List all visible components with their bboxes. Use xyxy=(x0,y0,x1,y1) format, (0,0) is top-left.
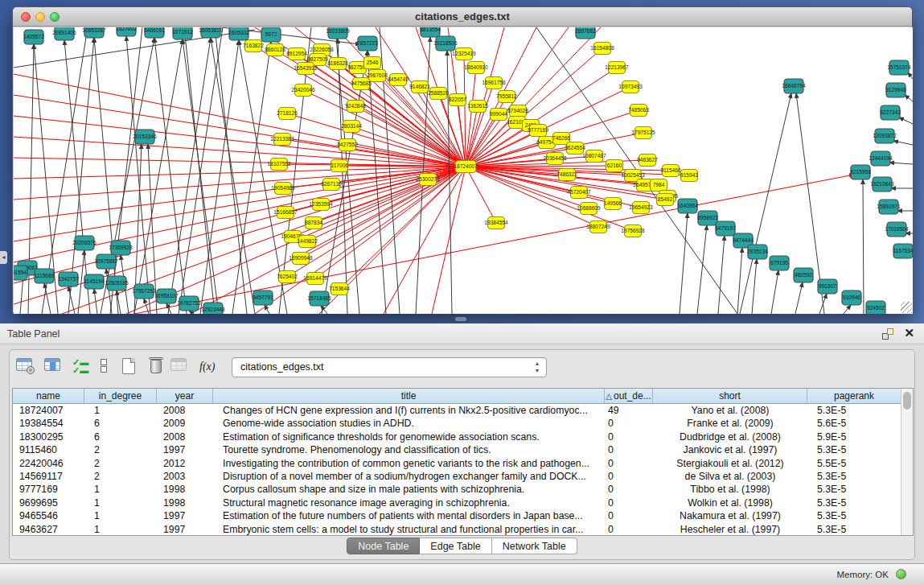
graph-node[interactable]: 1115686 xyxy=(35,269,55,283)
table-options-icon[interactable] xyxy=(16,358,35,377)
show-columns-icon[interactable] xyxy=(44,358,64,377)
graph-edge[interactable] xyxy=(110,27,142,314)
graph-node[interactable]: 10807487 xyxy=(582,150,606,163)
graph-node[interactable]: 8267130 xyxy=(321,179,342,191)
graph-node[interactable]: 16648794 xyxy=(782,79,806,93)
graph-node[interactable]: 6466161 xyxy=(144,27,165,38)
graph-node[interactable]: 12505185 xyxy=(105,276,129,290)
graph-node[interactable]: 910946 xyxy=(842,290,861,305)
graph-node[interactable]: 9463627 xyxy=(637,154,658,167)
graph-edge[interactable] xyxy=(211,38,255,314)
column-header-short[interactable]: short xyxy=(653,389,807,404)
network-canvas[interactable]: 1872400725300273716382288601288912954232… xyxy=(14,27,913,314)
graph-node[interactable]: 1167534 xyxy=(893,244,913,258)
function-builder-icon[interactable]: f(x) xyxy=(199,360,219,380)
table-selector-dropdown[interactable]: citations_edges.txt ▲▼ xyxy=(232,357,547,377)
graph-edge[interactable] xyxy=(771,270,778,314)
graph-node[interactable]: 391594 xyxy=(14,266,27,280)
graph-node[interactable]: 10688609 xyxy=(577,203,601,215)
graph-node[interactable]: 12923448 xyxy=(201,303,225,314)
graph-node[interactable]: 1342757 xyxy=(58,272,79,286)
graph-node[interactable]: 2967608 xyxy=(367,70,388,82)
table-row[interactable]: 946554611997Estimation of the future num… xyxy=(13,509,901,522)
graph-edge[interactable] xyxy=(819,294,827,314)
graph-edge[interactable] xyxy=(464,54,466,167)
graph-node[interactable]: 8454749 xyxy=(388,74,409,86)
graph-edge[interactable] xyxy=(372,63,466,167)
graph-node[interactable]: 12325419 xyxy=(452,48,476,60)
graph-node[interactable]: 25300273 xyxy=(416,174,440,186)
graph-node[interactable]: 17359928 xyxy=(109,241,133,255)
graph-node[interactable]: 7163822 xyxy=(243,40,264,52)
graph-node[interactable]: 85492 xyxy=(657,194,674,206)
new-table-icon[interactable] xyxy=(122,358,142,377)
graph-edge[interactable] xyxy=(232,42,271,314)
graph-node[interactable]: 9242848 xyxy=(345,101,366,113)
graph-node[interactable]: 62160 xyxy=(606,160,623,172)
graph-node[interactable]: 20206576 xyxy=(72,236,97,250)
graph-node[interactable]: 2935134 xyxy=(747,245,768,259)
graph-node[interactable]: 16909948 xyxy=(289,253,313,265)
graph-edge[interactable] xyxy=(183,39,219,314)
graph-node[interactable]: 2887682 xyxy=(575,27,596,39)
graph-node[interactable]: 12093872 xyxy=(873,129,897,143)
graph-node[interactable]: 10973493 xyxy=(618,81,643,93)
column-header-name[interactable]: name xyxy=(13,389,84,404)
graph-node[interactable]: 16543912 xyxy=(294,63,318,75)
graph-node[interactable]: 15751074 xyxy=(887,60,911,75)
graph-edge[interactable] xyxy=(893,141,913,145)
float-panel-icon[interactable] xyxy=(882,328,893,340)
graph-node[interactable]: 7955812 xyxy=(496,91,517,103)
graph-node[interactable]: 8860128 xyxy=(265,44,285,56)
graph-node[interactable]: 149566 xyxy=(604,198,622,210)
graph-edge[interactable] xyxy=(339,167,466,289)
graph-edge[interactable] xyxy=(432,167,466,314)
column-header-out_de[interactable]: △out_de... xyxy=(605,389,653,404)
graph-node[interactable]: 16914479 xyxy=(303,273,327,285)
graph-edge[interactable] xyxy=(737,248,742,314)
graph-node[interactable]: 679195 xyxy=(770,256,789,270)
graph-edge[interactable] xyxy=(697,225,707,314)
graph-node[interactable]: 9129946 xyxy=(885,83,906,97)
graph-node[interactable]: 999044 xyxy=(490,109,507,121)
delete-table-icon[interactable] xyxy=(146,358,166,377)
graph-node[interactable]: 12213383 xyxy=(270,134,294,146)
graph-node[interactable]: 7857223 xyxy=(357,36,378,51)
graph-node[interactable]: 9777169 xyxy=(528,125,548,137)
graph-hub-node[interactable]: 18724007 xyxy=(454,161,478,173)
graph-node[interactable]: 16210643 xyxy=(870,177,894,192)
graph-node[interactable]: 17957253 xyxy=(132,284,156,299)
graph-node[interactable]: 317006 xyxy=(331,160,348,172)
graph-node[interactable]: 924502 xyxy=(866,301,885,314)
graph-node[interactable]: 19218506 xyxy=(433,36,458,51)
graph-node[interactable]: 8813054 xyxy=(420,27,441,37)
graph-node[interactable]: 18640910 xyxy=(464,62,488,74)
graph-node[interactable]: 8427552 xyxy=(337,139,358,151)
graph-node[interactable]: 20364456 xyxy=(543,153,567,165)
graph-node[interactable]: 19054985 xyxy=(271,183,295,195)
tab-edge-table[interactable]: Edge Table xyxy=(420,538,491,554)
graph-edge[interactable] xyxy=(215,27,247,314)
table-row[interactable]: 911546021997Tourette syndrome. Phenomeno… xyxy=(13,443,901,456)
graph-node[interactable]: 16033809 xyxy=(326,27,350,39)
graph-node[interactable]: 9475685 xyxy=(351,78,372,90)
graph-node[interactable]: 12213967 xyxy=(605,62,629,74)
graph-node[interactable]: 17975125 xyxy=(631,127,655,139)
graph-node[interactable]: 2803144 xyxy=(341,121,362,133)
graph-node[interactable]: 10653287 xyxy=(82,27,106,38)
graph-node[interactable]: 7486322 xyxy=(556,169,577,181)
graph-node[interactable]: 9227343 xyxy=(880,105,901,120)
table-row[interactable]: 977716911998Corpus callosum shape and si… xyxy=(13,483,901,496)
graph-node[interactable]: 2718126 xyxy=(277,108,298,120)
graph-node[interactable]: 17016504 xyxy=(885,222,909,237)
table-row[interactable]: 946362711997Embryonic stem cells: a mode… xyxy=(13,523,901,536)
rows-icon[interactable] xyxy=(98,358,109,377)
column-header-in_degree[interactable]: in_degree xyxy=(84,389,157,404)
close-panel-icon[interactable]: ✕ xyxy=(904,326,914,340)
graph-edge[interactable] xyxy=(166,303,171,314)
graph-node[interactable]: 5972 xyxy=(261,27,281,42)
graph-node[interactable]: 45720407 xyxy=(567,187,591,199)
network-graph[interactable]: 1872400725300273716382288601288912954232… xyxy=(14,27,913,314)
graph-node[interactable]: 16782753 xyxy=(177,296,201,311)
column-header-year[interactable]: year xyxy=(157,389,213,404)
